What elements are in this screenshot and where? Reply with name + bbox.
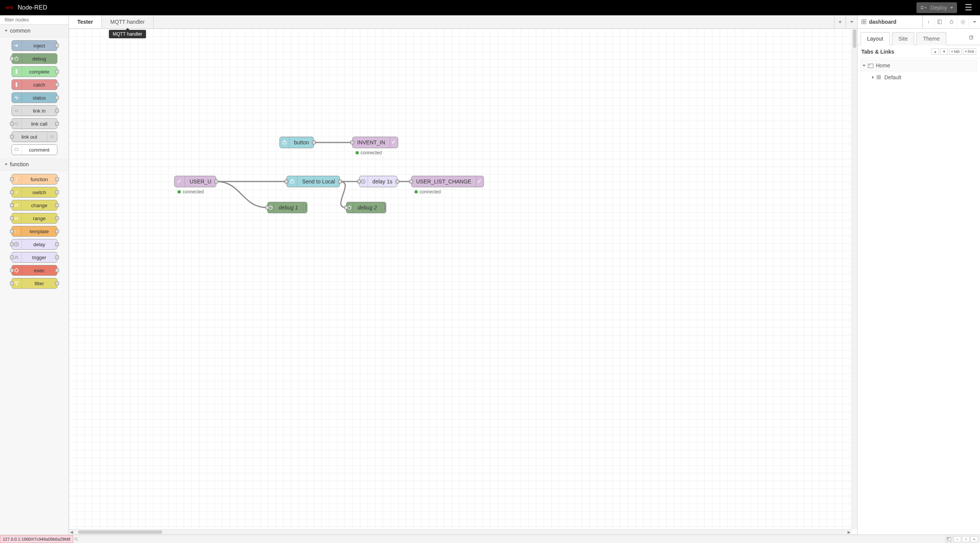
output-port[interactable] [214, 180, 218, 183]
flow-node-delay1s[interactable]: delay 1s [359, 176, 397, 187]
palette-node-comment[interactable]: comment [11, 144, 57, 155]
input-port [10, 135, 14, 139]
deploy-button[interactable]: Deploy [916, 2, 957, 13]
svg-rect-19 [290, 181, 294, 183]
flow-menu-button[interactable] [846, 15, 857, 28]
sidebar-tab-layout[interactable]: Layout [861, 32, 890, 45]
palette-node-filter[interactable]: filter [11, 278, 57, 289]
scroll-right-arrow[interactable]: ▶ [846, 530, 852, 534]
output-port[interactable] [395, 180, 399, 183]
sidebar-info-button[interactable]: i [923, 15, 934, 28]
dashboard-tab-home[interactable]: Home [861, 60, 977, 71]
input-port[interactable] [344, 206, 348, 209]
status-icon [12, 93, 22, 103]
deploy-chevron-icon [950, 7, 953, 9]
sidebar-tabs: LayoutSiteTheme [858, 29, 980, 45]
zoom-out-button[interactable]: − [954, 536, 961, 542]
output-port [55, 229, 59, 233]
add-tab-button[interactable]: +tab [949, 48, 962, 55]
flow-node-user_u[interactable]: USER_Uconnected [174, 176, 216, 187]
input-port[interactable] [265, 206, 269, 209]
palette-node-debug[interactable]: debug [11, 53, 57, 64]
palette-category-common[interactable]: common [0, 25, 69, 37]
main-menu-button[interactable]: ☰ [961, 1, 976, 14]
flow-tab-tester[interactable]: Tester [69, 15, 102, 28]
input-port [10, 122, 14, 126]
svg-text:i: i [928, 20, 929, 24]
expand-all-button[interactable]: ▼ [940, 48, 948, 55]
palette-node-status[interactable]: status [11, 92, 57, 103]
flow-node-button[interactable]: button [279, 137, 314, 148]
app-header: Node-RED Deploy ☰ [0, 0, 980, 15]
svg-point-11 [15, 123, 18, 125]
input-port [10, 203, 14, 207]
svg-text:f: f [16, 177, 18, 182]
palette-node-switch[interactable]: switch [11, 187, 57, 198]
add-flow-button[interactable]: + [834, 15, 846, 28]
palette-node-range[interactable]: range [11, 213, 57, 224]
flow-node-send_local[interactable]: Send to Local [286, 176, 340, 187]
svg-point-13 [15, 148, 18, 151]
canvas-scrollbar-v[interactable] [852, 29, 857, 529]
sidebar-book-button[interactable] [934, 15, 946, 28]
input-port [10, 57, 14, 61]
palette-node-link-in[interactable]: link in [11, 105, 57, 116]
output-port [55, 268, 59, 272]
palette-node-function[interactable]: ffunction [11, 174, 57, 185]
input-port[interactable] [284, 180, 288, 183]
sidebar-dropdown-button[interactable] [969, 15, 980, 28]
flow-node-invent_in[interactable]: INVENT_INconnected [352, 137, 398, 148]
output-port [55, 122, 59, 126]
add-link-button[interactable]: +link [963, 48, 976, 55]
canvas-scrollbar-h[interactable]: ◀ ▶ [69, 529, 852, 535]
input-port [10, 177, 14, 181]
zoom-in-button[interactable]: + [970, 536, 978, 542]
flow-node-debug1[interactable]: debug 1 [267, 202, 307, 213]
palette-scroll[interactable]: commoninjectdebugcompletecatchstatuslink… [0, 25, 69, 535]
output-port[interactable] [312, 141, 316, 144]
navigator-button[interactable] [945, 536, 953, 542]
svg-rect-18 [283, 142, 286, 144]
input-port[interactable] [357, 180, 361, 183]
sidebar-debug-button[interactable] [946, 15, 957, 28]
zoom-reset-button[interactable]: ○ [962, 536, 970, 542]
svg-rect-39 [868, 64, 873, 67]
debug-toggle[interactable] [384, 204, 385, 211]
dashboard-group-default[interactable]: Default [861, 72, 977, 83]
scroll-left-arrow[interactable]: ◀ [69, 530, 74, 534]
output-port [55, 203, 59, 207]
flow-node-user_list[interactable]: USER_LIST_CHANGEconnected [411, 176, 484, 187]
input-port[interactable] [350, 141, 354, 144]
sidebar-config-button[interactable] [957, 15, 969, 28]
palette-node-link-call[interactable]: link call [11, 118, 57, 129]
palette-node-catch[interactable]: catch [11, 79, 57, 90]
node-status: connected [178, 189, 204, 195]
palette-node-trigger[interactable]: trigger [11, 252, 57, 263]
palette-node-exec[interactable]: exec [11, 265, 57, 276]
flow-tab-mqtt-handler[interactable]: MQTT handlerMQTT handler [102, 15, 154, 28]
palette-node-complete[interactable]: complete [11, 66, 57, 77]
sidebar-panel: dashboard i LayoutSiteTheme Tabs & Links… [858, 15, 980, 535]
sidebar-section-title: Tabs & Links [861, 49, 894, 55]
catch-icon [12, 80, 22, 90]
output-port [55, 177, 59, 181]
palette-node-change[interactable]: change [11, 200, 57, 211]
output-port[interactable] [338, 180, 342, 183]
comment-icon [12, 145, 22, 155]
palette-node-delay[interactable]: delay [11, 239, 57, 250]
sidebar-tab-site[interactable]: Site [892, 32, 914, 45]
palette-filter-input[interactable] [5, 17, 69, 23]
palette-category-function[interactable]: function [0, 158, 69, 171]
input-port[interactable] [409, 180, 413, 183]
palette-node-inject[interactable]: inject [11, 40, 57, 51]
flow-node-debug2[interactable]: debug 2 [346, 202, 386, 213]
palette-node-link-out[interactable]: link out [11, 131, 57, 142]
debug-toggle[interactable] [305, 204, 306, 211]
deploy-label: Deploy [930, 5, 947, 11]
palette-node-template[interactable]: { }template [11, 226, 57, 237]
collapse-all-button[interactable]: ▲ [931, 48, 939, 55]
sidebar-popout-button[interactable] [965, 32, 977, 45]
flow-canvas[interactable]: buttonINVENT_INconnectedUSER_UconnectedS… [69, 29, 857, 535]
palette-search[interactable] [0, 15, 69, 25]
sidebar-tab-theme[interactable]: Theme [916, 32, 946, 45]
